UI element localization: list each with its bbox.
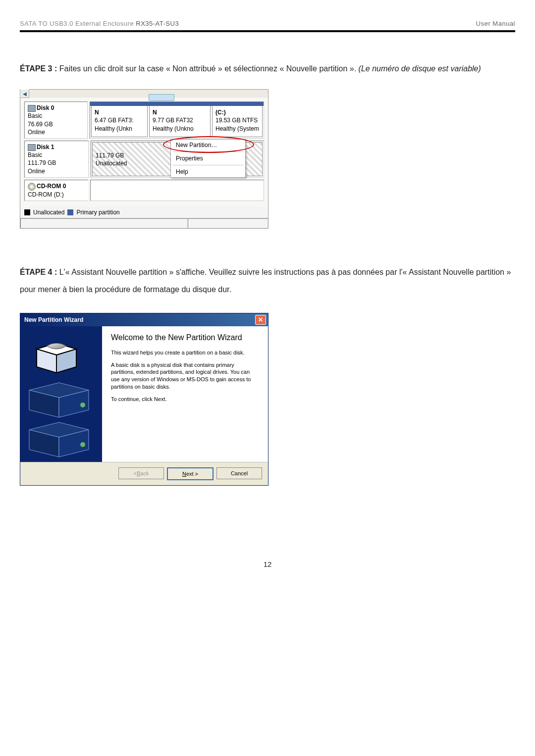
menu-separator <box>173 151 243 152</box>
wizard-p1: This wizard helps you create a partition… <box>111 349 258 356</box>
header-right: User Manual <box>476 20 515 27</box>
dm-legend: Unallocated Primary partition <box>20 207 268 218</box>
menu-item-properties[interactable]: Properties <box>171 153 245 164</box>
disk1-partitions: 111.79 GB Unallocated New Partition… Pro… <box>91 141 264 178</box>
wizard-content: Welcome to the New Partition Wizard This… <box>102 326 268 462</box>
cdrom-partitions <box>90 180 264 201</box>
wizard-button-row: < Back Next > Cancel <box>20 462 268 485</box>
wizard-heading: Welcome to the New Partition Wizard <box>111 332 258 343</box>
disk0-l3: Online <box>28 128 84 136</box>
close-button[interactable]: ✕ <box>255 315 266 325</box>
step3-label: ÉTAPE 3 : <box>20 64 59 73</box>
disk0-title: Disk 0 <box>37 104 54 111</box>
disk1-label[interactable]: Disk 1 Basic 111.79 GB Online <box>24 141 89 178</box>
cancel-button[interactable]: Cancel <box>216 467 262 479</box>
legend-primary: Primary partition <box>76 209 119 216</box>
disk0-row: Disk 0 Basic 76.69 GB Online N 6.47 GB F… <box>24 101 264 139</box>
menu-item-new-partition[interactable]: New Partition… <box>171 140 245 151</box>
wizard-titlebar[interactable]: New Partition Wizard ✕ <box>20 313 268 326</box>
header-rule <box>20 30 515 32</box>
product-model: RX35-AT-SU3 <box>136 20 179 27</box>
cdrom-l1: CD-ROM (D:) <box>28 191 85 199</box>
status-cell <box>20 218 188 228</box>
cdrom-title: CD-ROM 0 <box>37 183 66 190</box>
back-button: < Back <box>118 467 164 479</box>
disk0-partitions: N 6.47 GB FAT3: Healthy (Unkn N 9.77 GB … <box>90 101 264 139</box>
disk0-l1: Basic <box>28 112 84 120</box>
new-partition-wizard-dialog: New Partition Wizard ✕ <box>20 313 268 486</box>
wizard-sidebar <box>20 326 102 462</box>
cdrom-row: CD-ROM 0 CD-ROM (D:) <box>24 180 264 201</box>
disk1-l2: 111.79 GB <box>28 159 85 167</box>
disk0-l2: 76.69 GB <box>28 120 84 128</box>
wizard-title: New Partition Wizard <box>24 316 83 323</box>
cdrom-label[interactable]: CD-ROM 0 CD-ROM (D:) <box>24 180 88 201</box>
wizard-p2: A basic disk is a physical disk that con… <box>111 361 258 391</box>
context-menu: New Partition… Properties Help <box>170 139 246 178</box>
disk1-l1: Basic <box>28 151 85 159</box>
horizontal-scrollbar[interactable]: ◀ <box>20 90 268 98</box>
step4-paragraph: ÉTAPE 4 : L'« Assistant Nouvelle partiti… <box>20 263 515 298</box>
svg-point-6 <box>80 403 85 407</box>
cdrom-icon <box>28 183 36 191</box>
page-header: SATA TO USB3.0 External Enclosure RX35-A… <box>20 20 515 30</box>
page-number: 12 <box>20 560 515 568</box>
step3-text: Faites un clic droit sur la case « Non a… <box>59 64 359 73</box>
dm-statusbar <box>20 218 268 228</box>
scroll-thumb[interactable] <box>149 94 174 101</box>
disk-management-window: ◀ Disk 0 Basic 76.69 GB Online N 6.47 GB… <box>20 89 268 229</box>
disk-icon <box>28 144 36 151</box>
svg-point-10 <box>80 442 85 447</box>
scroll-left-button[interactable]: ◀ <box>20 89 29 98</box>
step3-paragraph: ÉTAPE 3 : Faites un clic droit sur la ca… <box>20 60 515 77</box>
disk0-part-1[interactable]: N 9.77 GB FAT32 Healthy (Unkno <box>149 103 211 137</box>
product-name: SATA TO USB3.0 External Enclosure <box>20 20 136 27</box>
disk1-title: Disk 1 <box>37 144 54 151</box>
step3-italic: (Le numéro de disque est variable) <box>359 64 481 73</box>
disk0-part-0[interactable]: N 6.47 GB FAT3: Healthy (Unkn <box>91 103 148 137</box>
disk1-l3: Online <box>28 167 85 175</box>
wizard-disk-icon <box>24 333 99 462</box>
disk1-row: Disk 1 Basic 111.79 GB Online 111.79 GB … <box>24 141 264 178</box>
disk0-part-2[interactable]: (C:) 19.53 GB NTFS Healthy (System <box>212 103 263 137</box>
wizard-p3: To continue, click Next. <box>111 396 258 403</box>
status-cell <box>188 218 268 228</box>
menu-item-help[interactable]: Help <box>171 166 245 177</box>
menu-separator <box>173 165 243 165</box>
legend-unallocated: Unallocated <box>33 209 64 216</box>
step4-label: ÉTAPE 4 : <box>20 268 59 276</box>
legend-swatch-unallocated <box>24 209 30 215</box>
close-icon: ✕ <box>258 316 263 323</box>
disk0-label[interactable]: Disk 0 Basic 76.69 GB Online <box>24 101 88 139</box>
step4-text: L'« Assistant Nouvelle partition » s'aff… <box>20 268 511 294</box>
next-button[interactable]: Next > <box>167 467 214 480</box>
disk-icon <box>28 105 36 112</box>
legend-swatch-primary <box>67 209 73 215</box>
